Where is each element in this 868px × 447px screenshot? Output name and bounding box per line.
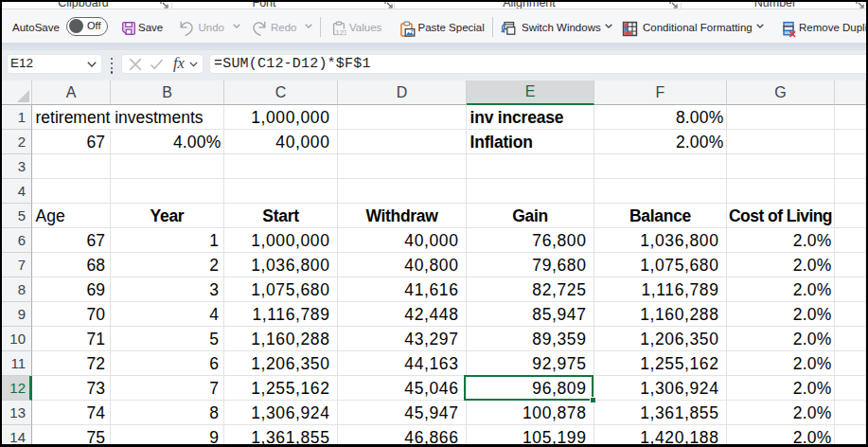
svg-text:123: 123 [335,28,346,36]
